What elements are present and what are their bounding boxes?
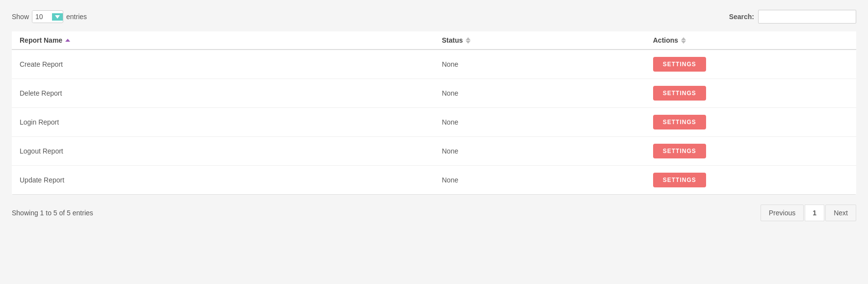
cell-status: None — [434, 137, 645, 166]
showing-text: Showing 1 to 5 of 5 entries — [12, 209, 93, 217]
sort-down-icon-status — [466, 41, 471, 44]
cell-actions: SETTINGS — [645, 137, 856, 166]
column-header-status[interactable]: Status — [434, 31, 645, 50]
cell-report-name: Update Report — [12, 166, 434, 195]
next-button[interactable]: Next — [825, 205, 856, 221]
sort-up-icon-actions — [681, 37, 686, 40]
pagination: Previous 1 Next — [761, 205, 856, 221]
cell-actions: SETTINGS — [645, 108, 856, 137]
sort-icon-actions — [681, 37, 686, 44]
bottom-controls: Showing 1 to 5 of 5 entries Previous 1 N… — [12, 203, 856, 223]
column-header-report-name[interactable]: Report Name — [12, 31, 434, 50]
settings-button[interactable]: SETTINGS — [653, 86, 706, 101]
table-header-row: Report Name Status — [12, 31, 856, 50]
search-input[interactable] — [758, 10, 856, 24]
column-header-actions: Actions — [645, 31, 856, 50]
table-row: Delete ReportNoneSETTINGS — [12, 79, 856, 108]
cell-report-name: Delete Report — [12, 79, 434, 108]
previous-button[interactable]: Previous — [761, 205, 804, 221]
entries-dropdown-button[interactable] — [52, 13, 63, 21]
cell-status: None — [434, 50, 645, 79]
cell-report-name: Login Report — [12, 108, 434, 137]
cell-actions: SETTINGS — [645, 50, 856, 79]
settings-button[interactable]: SETTINGS — [653, 173, 706, 187]
reports-table: Report Name Status — [12, 31, 856, 195]
sort-up-icon-status — [466, 37, 471, 40]
table-row: Logout ReportNoneSETTINGS — [12, 137, 856, 166]
search-wrapper: Search: — [729, 10, 856, 24]
cell-status: None — [434, 79, 645, 108]
settings-button[interactable]: SETTINGS — [653, 144, 706, 158]
page-wrapper: Show entries Search: — [0, 0, 868, 284]
table-body: Create ReportNoneSETTINGSDelete ReportNo… — [12, 50, 856, 195]
cell-actions: SETTINGS — [645, 79, 856, 108]
cell-report-name: Create Report — [12, 50, 434, 79]
table-container: Report Name Status — [12, 31, 856, 195]
settings-button[interactable]: SETTINGS — [653, 57, 706, 72]
sort-down-icon-actions — [681, 41, 686, 44]
cell-actions: SETTINGS — [645, 166, 856, 195]
sort-icon-status — [466, 37, 471, 44]
table-row: Update ReportNoneSETTINGS — [12, 166, 856, 195]
table-row: Create ReportNoneSETTINGS — [12, 50, 856, 79]
column-label-report-name: Report Name — [20, 36, 62, 44]
entries-select-wrapper — [32, 10, 63, 23]
entries-label: entries — [66, 13, 87, 21]
show-label: Show — [12, 13, 29, 21]
entries-input[interactable] — [32, 11, 52, 23]
cell-status: None — [434, 166, 645, 195]
page-number-1[interactable]: 1 — [805, 205, 824, 221]
show-entries: Show entries — [12, 10, 87, 23]
sort-up-icon — [65, 39, 70, 42]
table-row: Login ReportNoneSETTINGS — [12, 108, 856, 137]
top-controls: Show entries Search: — [12, 10, 856, 24]
search-label: Search: — [729, 13, 754, 21]
cell-status: None — [434, 108, 645, 137]
cell-report-name: Logout Report — [12, 137, 434, 166]
sort-icon-report-name — [65, 39, 70, 42]
column-label-actions: Actions — [653, 36, 678, 44]
settings-button[interactable]: SETTINGS — [653, 115, 706, 129]
column-label-status: Status — [442, 36, 463, 44]
